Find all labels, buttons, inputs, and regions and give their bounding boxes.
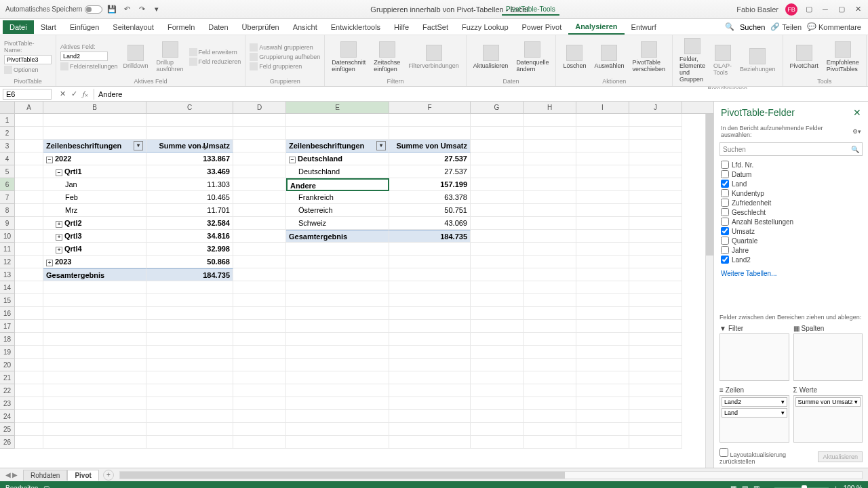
cell[interactable] [146, 127, 233, 140]
cell[interactable] [389, 333, 471, 346]
tab-ueberpruefen[interactable]: Überprüfen [235, 20, 286, 34]
cell[interactable] [15, 397, 43, 410]
cell[interactable] [524, 359, 576, 371]
cell[interactable] [576, 397, 629, 410]
cell[interactable] [233, 436, 286, 449]
cell[interactable] [43, 333, 146, 346]
zoom-level[interactable]: 100 % [844, 485, 863, 489]
cell[interactable] [576, 346, 629, 359]
cell[interactable] [286, 294, 389, 307]
cell[interactable] [629, 217, 682, 230]
cell[interactable] [15, 359, 43, 371]
cell[interactable] [524, 371, 576, 384]
cell[interactable]: Zeilenbeschriftungen▾ [43, 140, 146, 152]
tab-start[interactable]: Start [34, 20, 63, 34]
cell[interactable] [43, 397, 146, 410]
cell[interactable] [233, 140, 286, 152]
drilldown-button[interactable]: Drilldown [121, 43, 151, 70]
cell[interactable]: 43.069 [389, 217, 471, 230]
tab-file[interactable]: Datei [3, 20, 34, 34]
cell[interactable] [233, 114, 286, 127]
cell[interactable] [286, 307, 389, 320]
cell[interactable] [286, 268, 389, 281]
cell[interactable] [629, 243, 682, 256]
cell[interactable] [15, 127, 43, 140]
cell[interactable] [576, 423, 629, 436]
cell[interactable] [629, 346, 682, 359]
cell[interactable] [471, 114, 524, 127]
col-header-H[interactable]: H [524, 102, 576, 113]
cell[interactable] [146, 384, 233, 397]
sheet-tab-pivot[interactable]: Pivot [67, 470, 98, 481]
cell[interactable] [389, 410, 471, 423]
cell[interactable] [15, 243, 43, 256]
cell[interactable] [233, 152, 286, 165]
cell[interactable]: Deutschland [286, 165, 389, 178]
cell[interactable] [576, 410, 629, 423]
cell[interactable] [286, 243, 389, 256]
cell[interactable] [389, 281, 471, 294]
cell[interactable] [629, 281, 682, 294]
cell[interactable] [233, 397, 286, 410]
tab-powerpivot[interactable]: Power Pivot [515, 20, 569, 34]
user-avatar-icon[interactable]: FB [785, 3, 797, 16]
row-header[interactable]: 19 [0, 346, 15, 359]
cell[interactable] [146, 359, 233, 371]
cell[interactable] [43, 114, 146, 127]
cell[interactable] [629, 436, 682, 449]
cell[interactable] [15, 346, 43, 359]
group-selection-button[interactable]: Auswahl gruppieren [250, 43, 320, 52]
cell[interactable] [629, 371, 682, 384]
olap-button[interactable]: OLAP-Tools [711, 43, 734, 77]
cell[interactable] [524, 294, 576, 307]
save-icon[interactable]: 💾 [106, 4, 117, 15]
field-anzahl-bestellungen[interactable]: Anzahl Bestellungen [721, 217, 861, 226]
cell[interactable] [471, 256, 524, 268]
cell[interactable] [629, 359, 682, 371]
maximize-icon[interactable]: ▢ [837, 5, 846, 14]
cell[interactable] [629, 410, 682, 423]
horizontal-scrollbar[interactable] [119, 471, 863, 479]
view-normal-icon[interactable]: ▦ [730, 485, 736, 489]
active-field-input[interactable] [60, 52, 108, 61]
cell[interactable] [286, 127, 389, 140]
cell[interactable] [43, 320, 146, 333]
cell[interactable] [576, 294, 629, 307]
cell[interactable] [15, 217, 43, 230]
field-quartale[interactable]: Quartale [721, 236, 861, 245]
cell[interactable]: 27.537 [389, 152, 471, 165]
cell[interactable] [286, 371, 389, 384]
cell[interactable] [389, 320, 471, 333]
cell[interactable] [471, 307, 524, 320]
cell[interactable] [471, 178, 524, 191]
col-header-B[interactable]: B [43, 102, 146, 113]
tab-fuzzy[interactable]: Fuzzy Lookup [455, 20, 515, 34]
cell[interactable] [43, 307, 146, 320]
cell[interactable] [43, 410, 146, 423]
qat-dropdown-icon[interactable]: ▾ [151, 4, 162, 15]
row-header[interactable]: 10 [0, 230, 15, 243]
cell[interactable] [576, 140, 629, 152]
cell[interactable] [576, 165, 629, 178]
cell[interactable] [524, 346, 576, 359]
slicer-button[interactable]: Datenschnitt einfügen [329, 40, 368, 74]
update-button[interactable]: Aktualisieren [818, 451, 863, 462]
cell[interactable] [389, 436, 471, 449]
cell[interactable] [524, 333, 576, 346]
col-header-C[interactable]: C [146, 102, 233, 113]
cell[interactable]: 11.701 [146, 204, 233, 217]
timeline-button[interactable]: Zeitachse einfügen [371, 40, 403, 74]
cell[interactable] [286, 256, 389, 268]
tab-daten[interactable]: Daten [201, 20, 235, 34]
cell[interactable]: Frankreich [286, 191, 389, 204]
col-header-D[interactable]: D [233, 102, 286, 113]
row-header[interactable]: 18 [0, 333, 15, 346]
cell[interactable] [15, 423, 43, 436]
cell[interactable] [524, 423, 576, 436]
cell[interactable]: 10.465 [146, 191, 233, 204]
field-zufriedenheit[interactable]: Zufriedenheit [721, 198, 861, 207]
cell[interactable]: +Qrtl2 [43, 217, 146, 230]
cell[interactable] [629, 333, 682, 346]
tab-hilfe[interactable]: Hilfe [387, 20, 416, 34]
cell[interactable] [471, 397, 524, 410]
